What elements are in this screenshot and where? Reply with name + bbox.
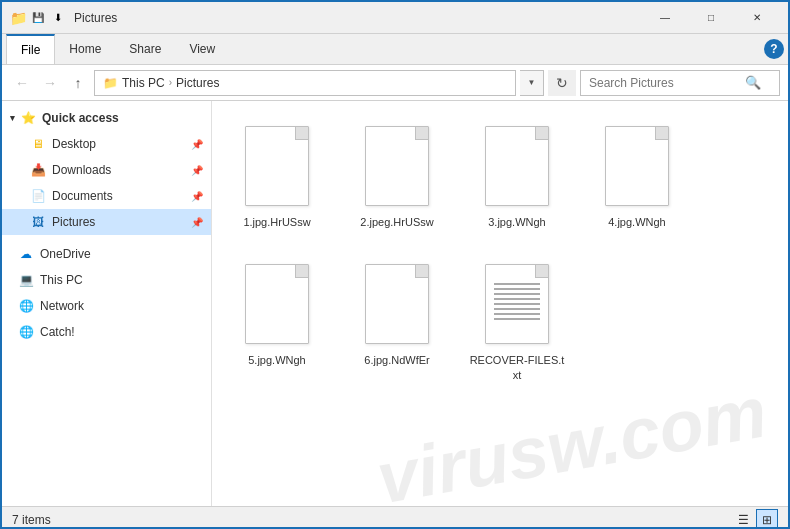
tab-home[interactable]: Home bbox=[55, 34, 115, 64]
quick-access-label: Quick access bbox=[42, 111, 119, 125]
thispc-label: This PC bbox=[40, 273, 83, 287]
sidebar-item-pictures[interactable]: 🖼 Pictures 📌 bbox=[2, 209, 211, 235]
window-controls: — □ ✕ bbox=[642, 2, 780, 34]
search-input[interactable] bbox=[589, 76, 739, 90]
catch-icon: 🌐 bbox=[18, 324, 34, 340]
title-icon-2: 💾 bbox=[30, 10, 46, 26]
pin-icon-desktop: 📌 bbox=[191, 139, 203, 150]
downloads-icon: 📥 bbox=[30, 162, 46, 178]
window-title: Pictures bbox=[74, 11, 642, 25]
close-button[interactable]: ✕ bbox=[734, 2, 780, 34]
desktop-label: Desktop bbox=[52, 137, 96, 151]
path-this-pc: This PC bbox=[122, 76, 165, 90]
path-sep-1: › bbox=[169, 77, 172, 88]
file-name-7: RECOVER-FILES.txt bbox=[468, 353, 566, 382]
title-bar-icons: 📁 💾 ⬇ bbox=[10, 10, 66, 26]
file-page-5 bbox=[245, 264, 309, 344]
file-page-1 bbox=[245, 126, 309, 206]
file-page-2 bbox=[365, 126, 429, 206]
tab-view[interactable]: View bbox=[175, 34, 229, 64]
file-page-6 bbox=[365, 264, 429, 344]
file-page-3 bbox=[485, 126, 549, 206]
list-view-button[interactable]: ☰ bbox=[732, 509, 754, 530]
sidebar-item-documents[interactable]: 📄 Documents 📌 bbox=[2, 183, 211, 209]
sidebar-item-network[interactable]: 🌐 Network bbox=[2, 293, 211, 319]
status-bar: 7 items ☰ ⊞ bbox=[2, 506, 788, 529]
item-count: 7 items bbox=[12, 513, 51, 527]
file-icon-5 bbox=[239, 259, 315, 349]
sidebar-quick-access[interactable]: ▾ ⭐ Quick access bbox=[2, 105, 211, 131]
file-icon-2 bbox=[359, 121, 435, 211]
file-icon-7 bbox=[479, 259, 555, 349]
tab-file[interactable]: File bbox=[6, 34, 55, 64]
file-item-1[interactable]: 1.jpg.HrUSsw bbox=[222, 111, 332, 239]
ribbon-right: ? bbox=[764, 39, 784, 59]
file-icon-4 bbox=[599, 121, 675, 211]
file-icon-3 bbox=[479, 121, 555, 211]
ribbon: File Home Share View ? bbox=[2, 34, 788, 65]
file-name-1: 1.jpg.HrUSsw bbox=[243, 215, 310, 229]
tab-share[interactable]: Share bbox=[115, 34, 175, 64]
desktop-icon: 🖥 bbox=[30, 136, 46, 152]
address-bar: ← → ↑ 📁 This PC › Pictures ▼ ↻ 🔍 bbox=[2, 65, 788, 101]
file-item-4[interactable]: 4.jpg.WNgh bbox=[582, 111, 692, 239]
title-icon-3: ⬇ bbox=[50, 10, 66, 26]
file-icon-6 bbox=[359, 259, 435, 349]
catch-label: Catch! bbox=[40, 325, 75, 339]
pictures-label: Pictures bbox=[52, 215, 95, 229]
path-dropdown-button[interactable]: ▼ bbox=[520, 70, 544, 96]
file-page-7 bbox=[485, 264, 549, 344]
file-item-3[interactable]: 3.jpg.WNgh bbox=[462, 111, 572, 239]
file-item-7[interactable]: RECOVER-FILES.txt bbox=[462, 249, 572, 392]
file-name-3: 3.jpg.WNgh bbox=[488, 215, 545, 229]
onedrive-icon: ☁ bbox=[18, 246, 34, 262]
pictures-icon: 🖼 bbox=[30, 214, 46, 230]
file-item-2[interactable]: 2.jpeg.HrUSsw bbox=[342, 111, 452, 239]
file-name-5: 5.jpg.WNgh bbox=[248, 353, 305, 367]
network-label: Network bbox=[40, 299, 84, 313]
downloads-label: Downloads bbox=[52, 163, 111, 177]
main-layout: ▾ ⭐ Quick access 🖥 Desktop 📌 📥 Downloads… bbox=[2, 101, 788, 506]
file-item-5[interactable]: 5.jpg.WNgh bbox=[222, 249, 332, 392]
title-bar: 📁 💾 ⬇ Pictures — □ ✕ bbox=[2, 2, 788, 34]
file-name-2: 2.jpeg.HrUSsw bbox=[360, 215, 433, 229]
quick-access-icon: ⭐ bbox=[21, 111, 36, 125]
up-button[interactable]: ↑ bbox=[66, 71, 90, 95]
file-item-6[interactable]: 6.jpg.NdWfEr bbox=[342, 249, 452, 392]
quick-access-arrow: ▾ bbox=[10, 113, 15, 123]
file-page-4 bbox=[605, 126, 669, 206]
sidebar-item-thispc[interactable]: 💻 This PC bbox=[2, 267, 211, 293]
help-button[interactable]: ? bbox=[764, 39, 784, 59]
sidebar: ▾ ⭐ Quick access 🖥 Desktop 📌 📥 Downloads… bbox=[2, 101, 212, 506]
refresh-button[interactable]: ↻ bbox=[548, 70, 576, 96]
address-path[interactable]: 📁 This PC › Pictures bbox=[94, 70, 516, 96]
sidebar-item-onedrive[interactable]: ☁ OneDrive bbox=[2, 241, 211, 267]
thispc-icon: 💻 bbox=[18, 272, 34, 288]
file-area: virusw.com 1.jpg.HrUSsw 2.jpeg.HrUSsw 3.… bbox=[212, 101, 788, 506]
onedrive-label: OneDrive bbox=[40, 247, 91, 261]
icon-view-button[interactable]: ⊞ bbox=[756, 509, 778, 530]
file-icon-1 bbox=[239, 121, 315, 211]
path-folder-icon: 📁 bbox=[103, 76, 118, 90]
file-name-6: 6.jpg.NdWfEr bbox=[364, 353, 429, 367]
sidebar-item-catch[interactable]: 🌐 Catch! bbox=[2, 319, 211, 345]
documents-icon: 📄 bbox=[30, 188, 46, 204]
sidebar-item-downloads[interactable]: 📥 Downloads 📌 bbox=[2, 157, 211, 183]
app-icon: 📁 bbox=[10, 10, 26, 26]
pin-icon-pictures: 📌 bbox=[191, 217, 203, 228]
search-icon[interactable]: 🔍 bbox=[745, 75, 761, 90]
path-pictures: Pictures bbox=[176, 76, 219, 90]
forward-button[interactable]: → bbox=[38, 71, 62, 95]
search-box: 🔍 bbox=[580, 70, 780, 96]
sidebar-item-desktop[interactable]: 🖥 Desktop 📌 bbox=[2, 131, 211, 157]
maximize-button[interactable]: □ bbox=[688, 2, 734, 34]
file-name-4: 4.jpg.WNgh bbox=[608, 215, 665, 229]
network-icon: 🌐 bbox=[18, 298, 34, 314]
ribbon-tab-bar: File Home Share View ? bbox=[2, 34, 788, 64]
view-controls: ☰ ⊞ bbox=[732, 509, 778, 530]
pin-icon-downloads: 📌 bbox=[191, 165, 203, 176]
back-button[interactable]: ← bbox=[10, 71, 34, 95]
minimize-button[interactable]: — bbox=[642, 2, 688, 34]
documents-label: Documents bbox=[52, 189, 113, 203]
pin-icon-documents: 📌 bbox=[191, 191, 203, 202]
